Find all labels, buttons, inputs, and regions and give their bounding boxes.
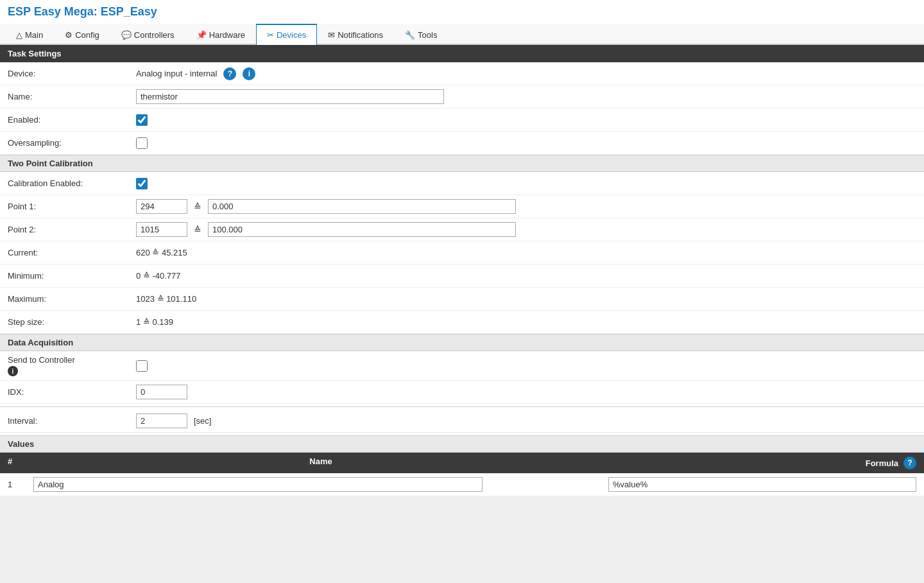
tab-hardware-label: Hardware [209, 30, 245, 40]
point1-label: Point 1: [8, 202, 136, 211]
point1-field: ≙ [136, 199, 516, 214]
tab-main[interactable]: △ Main [5, 24, 54, 45]
tab-main-label: Main [25, 30, 43, 40]
info-icon[interactable]: i [243, 67, 255, 80]
point1-raw-input[interactable] [136, 199, 187, 214]
minimum-value: 0 ≙ -40.777 [136, 271, 181, 281]
values-section: Values # Name Formula ? 1 [0, 435, 924, 496]
approx-symbol-2: ≙ [194, 225, 201, 235]
point2-cal-input[interactable] [208, 222, 516, 237]
values-header: Values [0, 435, 924, 453]
tab-config-label: Config [75, 30, 99, 40]
device-label: Device: [8, 69, 136, 78]
formula-help-icon[interactable]: ? [903, 457, 916, 469]
minimum-field: 0 ≙ -40.777 [136, 271, 181, 281]
interval-row: Interval: [sec] [0, 410, 924, 433]
row-num: 1 [8, 480, 33, 489]
main-content: Task Settings Device: Analog input - int… [0, 45, 924, 496]
values-col-formula: Formula ? [608, 457, 916, 469]
step-size-field: 1 ≙ 0.139 [136, 317, 173, 327]
enabled-row: Enabled: [0, 109, 924, 132]
hardware-icon: 📌 [196, 30, 207, 40]
main-icon: △ [16, 30, 22, 40]
interval-field: [sec] [136, 413, 211, 428]
oversampling-checkbox[interactable] [136, 137, 148, 149]
current-value: 620 ≙ 45.215 [136, 248, 187, 257]
interval-unit: [sec] [194, 416, 211, 426]
oversampling-field [136, 137, 148, 149]
point2-row: Point 2: ≙ [0, 218, 924, 241]
current-label: Current: [8, 248, 136, 257]
enabled-checkbox[interactable] [136, 114, 148, 126]
nav-bar: △ Main ⚙ Config 💬 Controllers 📌 Hardware… [0, 24, 924, 45]
interval-label: Interval: [8, 416, 136, 426]
send-controller-field [136, 360, 148, 372]
point2-raw-input[interactable] [136, 222, 187, 237]
maximum-value: 1023 ≙ 101.110 [136, 294, 196, 304]
point2-field: ≙ [136, 222, 516, 237]
section-divider [0, 406, 924, 407]
two-point-calibration-header: Two Point Calibration [0, 155, 924, 172]
idx-label: IDX: [8, 387, 136, 397]
tab-notifications-label: Notifications [338, 30, 383, 40]
device-row: Device: Analog input - internal ? i [0, 62, 924, 85]
send-controller-row: Send to Controller i [0, 351, 924, 381]
oversampling-label: Oversampling: [8, 138, 136, 148]
name-input[interactable] [136, 89, 444, 104]
tab-config[interactable]: ⚙ Config [54, 24, 110, 45]
device-value: Analog input - internal [136, 69, 217, 78]
step-size-row: Step size: 1 ≙ 0.139 [0, 311, 924, 334]
current-field: 620 ≙ 45.215 [136, 248, 187, 257]
name-label: Name: [8, 92, 136, 101]
row-name-field [33, 477, 608, 492]
oversampling-row: Oversampling: [0, 132, 924, 155]
row-name-input[interactable] [33, 477, 483, 492]
step-size-value: 1 ≙ 0.139 [136, 317, 173, 327]
row-formula-input[interactable] [608, 477, 916, 492]
send-controller-label: Send to Controller i [8, 355, 136, 376]
minimum-label: Minimum: [8, 271, 136, 281]
point2-label: Point 2: [8, 225, 136, 234]
step-size-label: Step size: [8, 317, 136, 327]
tab-notifications[interactable]: ✉ Notifications [317, 24, 394, 45]
interval-input[interactable] [136, 413, 187, 428]
tab-controllers[interactable]: 💬 Controllers [110, 24, 185, 45]
tools-icon: 🔧 [405, 30, 415, 40]
values-col-num: # [8, 457, 33, 469]
tab-tools-label: Tools [418, 30, 437, 40]
values-table-header: # Name Formula ? [0, 453, 924, 473]
notifications-icon: ✉ [328, 30, 335, 40]
page-header: ESP Easy Mega: ESP_Easy [0, 0, 924, 24]
enabled-label: Enabled: [8, 115, 136, 125]
idx-field [136, 385, 187, 399]
calibration-enabled-label: Calibration Enabled: [8, 178, 136, 188]
config-icon: ⚙ [65, 30, 73, 40]
values-col-name: Name [33, 457, 608, 469]
idx-input[interactable] [136, 385, 187, 399]
point1-cal-input[interactable] [208, 199, 516, 214]
device-field: Analog input - internal ? i [136, 67, 255, 80]
tab-controllers-label: Controllers [134, 30, 175, 40]
send-controller-info-badge[interactable]: i [8, 366, 18, 376]
approx-symbol-1: ≙ [194, 202, 201, 212]
controllers-icon: 💬 [121, 30, 132, 40]
idx-row: IDX: [0, 381, 924, 404]
send-controller-checkbox[interactable] [136, 360, 148, 372]
current-row: Current: 620 ≙ 45.215 [0, 241, 924, 265]
task-settings-header: Task Settings [0, 45, 924, 62]
minimum-row: Minimum: 0 ≙ -40.777 [0, 265, 924, 288]
tab-tools[interactable]: 🔧 Tools [394, 24, 448, 45]
maximum-label: Maximum: [8, 294, 136, 304]
enabled-field [136, 114, 148, 126]
tab-hardware[interactable]: 📌 Hardware [185, 24, 256, 45]
data-acquisition-header: Data Acquisition [0, 334, 924, 351]
name-row: Name: [0, 85, 924, 109]
point1-row: Point 1: ≙ [0, 195, 924, 218]
row-formula-field [608, 477, 916, 492]
calibration-enabled-checkbox[interactable] [136, 178, 148, 189]
tab-devices[interactable]: ✂ Devices [256, 24, 317, 45]
help-icon[interactable]: ? [223, 67, 236, 80]
page-title: ESP Easy Mega: ESP_Easy [8, 5, 157, 18]
calibration-enabled-row: Calibration Enabled: [0, 172, 924, 195]
calibration-enabled-field [136, 178, 148, 189]
